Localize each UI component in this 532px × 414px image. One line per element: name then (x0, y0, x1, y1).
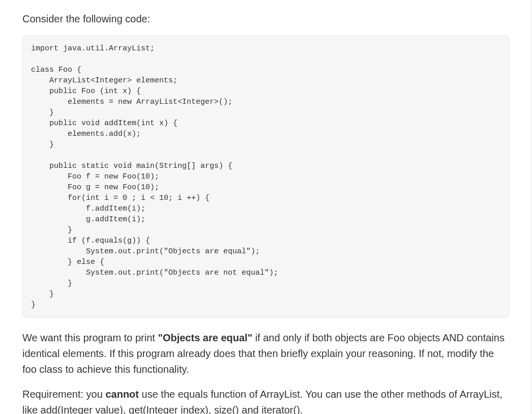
text-span: Requirement: you (22, 389, 105, 400)
text-span: We want this program to print (22, 332, 158, 343)
bold-text: "Objects are equal" (158, 332, 252, 343)
code-block: import java.util.ArrayList; class Foo { … (22, 36, 509, 318)
question-container: Consider the following code: import java… (0, 0, 532, 414)
code-content: import java.util.ArrayList; class Foo { … (31, 43, 500, 310)
question-paragraph-1: We want this program to print "Objects a… (22, 330, 509, 377)
question-paragraph-2: Requirement: you cannot use the equals f… (22, 387, 509, 414)
intro-text: Consider the following code: (22, 11, 509, 26)
bold-text: cannot (105, 389, 139, 400)
